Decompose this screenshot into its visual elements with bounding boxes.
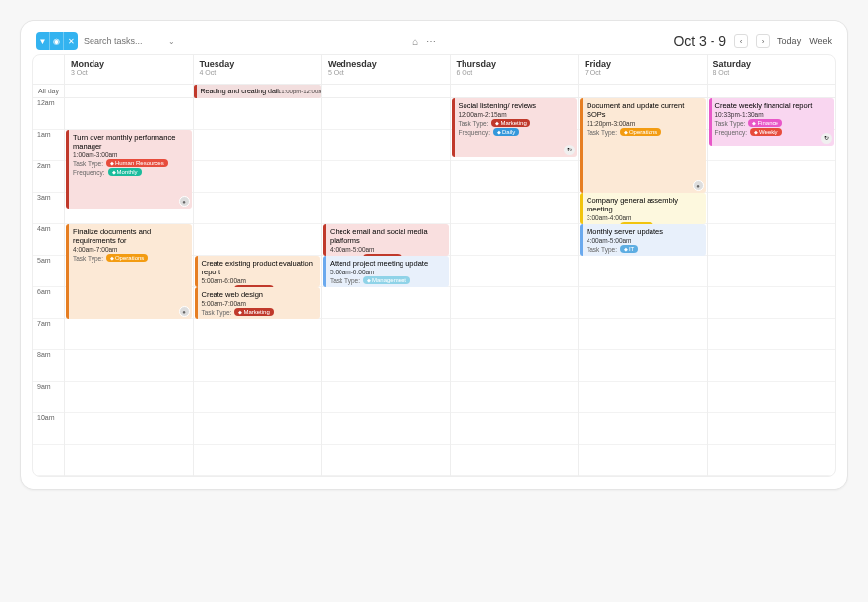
day-header: Wednesday5 Oct — [322, 55, 450, 85]
event-time: 4:00am-7:00am — [73, 246, 188, 253]
day-column: Wednesday5 OctCheck email and social med… — [322, 55, 451, 476]
event-title: Social listening/ reviews — [459, 101, 574, 110]
today-button[interactable]: Today — [777, 36, 801, 46]
hour-label: 6am — [33, 287, 64, 319]
view-icon[interactable]: ◉ — [50, 32, 64, 50]
tag-label: Task Type: — [330, 277, 360, 284]
event-time: 4:00am-5:00am — [330, 246, 445, 253]
event-time: 5:00am-6:00am — [202, 277, 317, 284]
event-tag: Operations — [106, 254, 148, 262]
event-tag: Management — [363, 276, 410, 284]
calendar-event[interactable]: Finalize documents and requirements for4… — [66, 224, 192, 319]
day-header: Saturday8 Oct — [708, 55, 836, 85]
filter-button-group[interactable]: ▼ ◉ ✕ — [36, 32, 78, 50]
next-button[interactable]: › — [756, 34, 770, 48]
allday-event[interactable]: Reading and creating dail11:00pm-12:00a — [194, 85, 322, 98]
calendar-event[interactable]: Company general assembly meeting3:00am-4… — [580, 193, 706, 224]
event-time: 3:00am-4:00am — [587, 214, 702, 221]
avatar: ● — [179, 306, 190, 317]
event-title: Create existing product evaluation repor… — [202, 259, 317, 276]
hour-label — [33, 445, 64, 476]
hour-label: 4am — [33, 224, 64, 256]
home-icon[interactable]: ⌂ — [412, 36, 418, 47]
event-tag: Finance — [748, 119, 781, 127]
event-tag: Marketing — [491, 119, 529, 127]
tag-label: Task Type: — [715, 120, 746, 127]
hour-label: 10am — [33, 413, 64, 445]
tag-label: Frequency: — [715, 129, 748, 136]
tag-label: Task Type: — [73, 255, 103, 262]
allday-row[interactable] — [65, 85, 193, 98]
view-mode-button[interactable]: Week — [809, 36, 832, 46]
day-column: Thursday6 OctSocial listening/ reviews12… — [451, 55, 580, 476]
avatar: ● — [179, 196, 190, 207]
calendar-event[interactable]: Create existing product evaluation repor… — [195, 256, 321, 287]
calendar-event[interactable]: Monthly server updates4:00am-5:00amTask … — [580, 224, 706, 256]
tag-label: Task Type: — [587, 129, 617, 136]
allday-label: All day — [33, 85, 64, 98]
close-icon[interactable]: ✕ — [64, 32, 78, 50]
event-time: 5:00am-6:00am — [330, 269, 445, 275]
hour-label: 5am — [33, 256, 64, 287]
tag-label: Task Type: — [73, 160, 103, 167]
event-title: Finalize documents and requirements for — [73, 227, 188, 245]
event-tag: Human Resources — [106, 159, 168, 167]
calendar-event[interactable]: Create weekly financial report10:33pm-1:… — [709, 98, 835, 146]
hour-label: 2am — [33, 161, 64, 193]
event-tag: IT — [620, 245, 638, 253]
allday-row[interactable] — [708, 85, 836, 98]
calendar-event[interactable]: Document and update current SOPs11:20pm-… — [580, 98, 706, 193]
search-input[interactable] — [84, 36, 162, 46]
event-time: 1:00am-3:00am — [73, 151, 188, 158]
hour-label: 7am — [33, 319, 64, 350]
hour-label: 3am — [33, 193, 64, 224]
repeat-icon: ↻ — [821, 133, 832, 144]
hour-label: 1am — [33, 130, 64, 161]
calendar-event[interactable]: Attend project meeting update5:00am-6:00… — [323, 256, 449, 287]
tag-label: Frequency: — [73, 169, 105, 176]
calendar-grid: All day12am1am2am3am4am5am6am7am8am9am10… — [32, 54, 836, 477]
allday-row[interactable] — [451, 85, 579, 98]
avatar: ● — [693, 180, 704, 191]
event-time: 11:20pm-3:00am — [587, 120, 702, 127]
day-column: Saturday8 OctCreate weekly financial rep… — [708, 55, 836, 476]
calendar-event[interactable]: Social listening/ reviews12:00am-2:15amT… — [452, 98, 578, 157]
hour-label: 9am — [33, 382, 64, 413]
hour-label: 12am — [33, 98, 64, 130]
allday-row[interactable]: Reading and creating dail11:00pm-12:00a — [194, 85, 322, 98]
prev-button[interactable]: ‹ — [734, 34, 748, 48]
repeat-icon: ↻ — [564, 145, 575, 155]
event-title: Create web design — [202, 290, 317, 299]
toolbar: ▼ ◉ ✕ ⌄ ⌂ ⋯ Oct 3 - 9 ‹ › Today Week — [32, 32, 836, 50]
event-tag: Monthly — [108, 168, 142, 176]
tag-label: Task Type: — [202, 309, 232, 316]
event-title: Turn over monthly performance manager — [73, 133, 188, 150]
day-column: Monday3 OctTurn over monthly performance… — [65, 55, 194, 476]
day-column: Tuesday4 OctReading and creating dail11:… — [194, 55, 323, 476]
hour-label: 8am — [33, 350, 64, 382]
day-header: Tuesday4 Oct — [194, 55, 322, 85]
calendar-event[interactable]: Turn over monthly performance manager1:0… — [66, 130, 192, 209]
day-header: Thursday6 Oct — [451, 55, 579, 85]
event-time: 5:00am-7:00am — [202, 300, 317, 307]
more-icon[interactable]: ⋯ — [426, 36, 436, 47]
funnel-icon[interactable]: ▼ — [36, 32, 50, 50]
calendar-event[interactable]: Check email and social media platforms4:… — [323, 224, 449, 256]
day-header: Monday3 Oct — [65, 55, 193, 85]
date-range: Oct 3 - 9 — [673, 33, 726, 49]
event-title: Document and update current SOPs — [587, 101, 702, 119]
day-column: Friday7 OctDocument and update current S… — [579, 55, 708, 476]
event-tag: Weekly — [750, 128, 782, 136]
event-tag: Marketing — [234, 308, 273, 316]
event-title: Attend project meeting update — [330, 259, 445, 268]
chevron-down-icon[interactable]: ⌄ — [168, 37, 175, 46]
event-time: 10:33pm-1:30am — [715, 111, 831, 118]
allday-row[interactable] — [322, 85, 450, 98]
event-tag: Daily — [493, 128, 519, 136]
event-time: 4:00am-5:00am — [587, 237, 702, 244]
event-title: Check email and social media platforms — [330, 227, 445, 245]
allday-row[interactable] — [579, 85, 707, 98]
calendar-event[interactable]: Create web design5:00am-7:00amTask Type:… — [195, 287, 321, 319]
event-title: Company general assembly meeting — [587, 196, 702, 213]
tag-label: Frequency: — [459, 129, 491, 136]
